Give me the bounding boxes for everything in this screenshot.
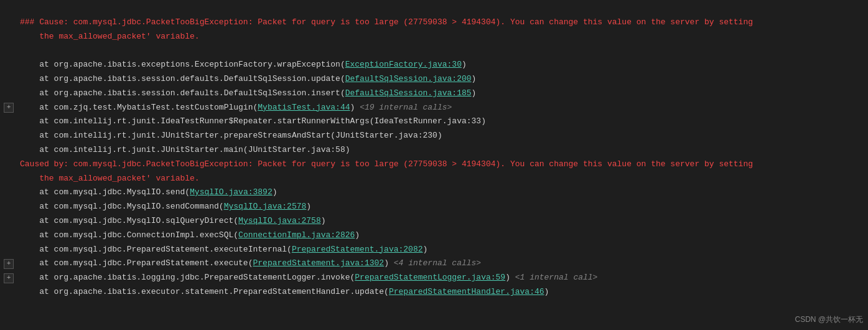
plain-text: ) bbox=[384, 258, 394, 268]
line-1: ### Cause: com.mysql.jdbc.PacketTooBigEx… bbox=[0, 16, 868, 30]
link-text[interactable]: MysqlIO.java:2758 bbox=[238, 216, 321, 225]
plain-text: at com.intellij.rt.junit.JUnitStarter.pr… bbox=[39, 131, 442, 140]
line-content: at com.intellij.rt.junit.IdeaTestRunner$… bbox=[17, 115, 868, 128]
watermark: CSDN @共饮一杯无 bbox=[795, 314, 863, 325]
plain-text: Caused by: com.mysql.jdbc.PacketTooBigEx… bbox=[20, 159, 753, 169]
line-content: the max_allowed_packet' variable. bbox=[17, 31, 868, 44]
line-11: Caused by: com.mysql.jdbc.PacketTooBigEx… bbox=[0, 158, 868, 172]
link-text[interactable]: DefaultSqlSession.java:200 bbox=[345, 74, 472, 83]
plain-text: the max_allowed_packet' variable. bbox=[39, 174, 199, 183]
line-17: at com.mysql.jdbc.PreparedStatement.exec… bbox=[0, 243, 868, 257]
plain-text: at com.mysql.jdbc.MysqlIO.send( bbox=[39, 187, 190, 197]
expand-icon[interactable]: + bbox=[4, 103, 14, 113]
link-text[interactable]: MysqlIO.java:2578 bbox=[224, 202, 307, 211]
link-text[interactable]: ConnectionImpl.java:2826 bbox=[238, 230, 355, 240]
plain-text: at com.mysql.jdbc.MysqlIO.sendCommand( bbox=[39, 202, 223, 211]
plain-text: the max_allowed_packet' variable. bbox=[39, 32, 199, 41]
plain-text: ) bbox=[423, 245, 428, 254]
plain-text: at org.apache.ibatis.logging.jdbc.Prepar… bbox=[39, 273, 355, 282]
link-text[interactable]: PreparedStatementHandler.java:46 bbox=[389, 287, 544, 296]
line-gutter[interactable]: + bbox=[0, 103, 17, 113]
line-content: at com.mysql.jdbc.MysqlIO.sendCommand(My… bbox=[17, 200, 868, 214]
plain-text: at com.zjq.test.MybatisTest.testCustomPl… bbox=[39, 103, 258, 112]
plain-text: at com.mysql.jdbc.PreparedStatement.exec… bbox=[39, 258, 253, 268]
line-10: at com.intellij.rt.junit.JUnitStarter.ma… bbox=[0, 143, 868, 158]
line-14: at com.mysql.jdbc.MysqlIO.sendCommand(My… bbox=[0, 200, 868, 214]
link-text[interactable]: MysqlIO.java:3892 bbox=[190, 187, 273, 197]
plain-text: at com.mysql.jdbc.MysqlIO.sqlQueryDirect… bbox=[39, 216, 238, 225]
line-content: ### Cause: com.mysql.jdbc.PacketTooBigEx… bbox=[17, 16, 868, 29]
plain-text: at org.apache.ibatis.session.defaults.De… bbox=[39, 88, 345, 98]
line-content: at com.mysql.jdbc.ConnectionImpl.execSQL… bbox=[17, 229, 868, 242]
link-text[interactable]: DefaultSqlSession.java:185 bbox=[345, 88, 472, 98]
line-content: at org.apache.ibatis.logging.jdbc.Prepar… bbox=[17, 271, 868, 285]
link-text[interactable]: PreparedStatement.java:1302 bbox=[253, 258, 384, 268]
plain-text: ) bbox=[505, 273, 515, 282]
line-content: the max_allowed_packet' variable. bbox=[17, 172, 868, 186]
plain-text: at com.intellij.rt.junit.IdeaTestRunner$… bbox=[39, 116, 486, 126]
line-content: at org.apache.ibatis.session.defaults.De… bbox=[17, 73, 868, 86]
line-gutter[interactable]: + bbox=[0, 273, 17, 283]
expand-icon[interactable]: + bbox=[4, 259, 14, 269]
line-content bbox=[17, 44, 868, 57]
line-13: at com.mysql.jdbc.MysqlIO.send(MysqlIO.j… bbox=[0, 186, 868, 200]
line-5: at org.apache.ibatis.session.defaults.De… bbox=[0, 72, 868, 87]
plain-text: at com.mysql.jdbc.ConnectionImpl.execSQL… bbox=[39, 230, 238, 240]
line-18: + at com.mysql.jdbc.PreparedStatement.ex… bbox=[0, 257, 868, 271]
plain-text: ### Cause: com.mysql.jdbc.PacketTooBigEx… bbox=[20, 17, 753, 27]
plain-text: at com.mysql.jdbc.PreparedStatement.exec… bbox=[39, 245, 292, 254]
line-19: + at org.apache.ibatis.logging.jdbc.Prep… bbox=[0, 271, 868, 285]
plain-text: at org.apache.ibatis.executor.statement.… bbox=[39, 287, 389, 296]
line-content: at com.intellij.rt.junit.JUnitStarter.ma… bbox=[17, 144, 868, 157]
line-2: the max_allowed_packet' variable. bbox=[0, 30, 868, 44]
link-text[interactable]: ExceptionFactory.java:30 bbox=[345, 60, 462, 69]
line-gutter[interactable]: + bbox=[0, 259, 17, 269]
line-content: at com.zjq.test.MybatisTest.testCustomPl… bbox=[17, 101, 868, 115]
line-20: at org.apache.ibatis.executor.statement.… bbox=[0, 285, 868, 299]
plain-text: at org.apache.ibatis.session.defaults.De… bbox=[39, 74, 345, 83]
plain-text: ) bbox=[462, 60, 467, 69]
plain-text: <1 internal call> bbox=[515, 273, 598, 282]
line-content: at org.apache.ibatis.session.defaults.De… bbox=[17, 87, 868, 100]
plain-text: at com.intellij.rt.junit.JUnitStarter.ma… bbox=[39, 145, 350, 154]
line-4: at org.apache.ibatis.exceptions.Exceptio… bbox=[0, 58, 868, 72]
line-12: the max_allowed_packet' variable. bbox=[0, 172, 868, 186]
line-content: at org.apache.ibatis.executor.statement.… bbox=[17, 286, 868, 299]
plain-text: ) bbox=[472, 74, 477, 83]
line-content: at org.apache.ibatis.exceptions.Exceptio… bbox=[17, 59, 868, 72]
plain-text: at org.apache.ibatis.exceptions.Exceptio… bbox=[39, 60, 345, 69]
line-7: + at com.zjq.test.MybatisTest.testCustom… bbox=[0, 101, 868, 115]
plain-text: <4 internal calls> bbox=[394, 258, 481, 268]
line-9: at com.intellij.rt.junit.JUnitStarter.pr… bbox=[0, 129, 868, 143]
line-content: Caused by: com.mysql.jdbc.PacketTooBigEx… bbox=[17, 158, 868, 171]
line-6: at org.apache.ibatis.session.defaults.De… bbox=[0, 87, 868, 101]
line-content: at com.mysql.jdbc.PreparedStatement.exec… bbox=[17, 257, 868, 270]
line-16: at com.mysql.jdbc.ConnectionImpl.execSQL… bbox=[0, 229, 868, 243]
plain-text: ) bbox=[355, 230, 360, 240]
link-text[interactable]: PreparedStatement.java:2082 bbox=[292, 245, 423, 254]
code-block: ### Cause: com.mysql.jdbc.PacketTooBigEx… bbox=[0, 0, 868, 302]
link-text[interactable]: PreparedStatementLogger.java:59 bbox=[355, 273, 505, 282]
line-3 bbox=[0, 44, 868, 58]
plain-text: ) bbox=[350, 103, 360, 112]
line-content: at com.mysql.jdbc.MysqlIO.send(MysqlIO.j… bbox=[17, 186, 868, 199]
line-15: at com.mysql.jdbc.MysqlIO.sqlQueryDirect… bbox=[0, 214, 868, 229]
line-content: at com.intellij.rt.junit.JUnitStarter.pr… bbox=[17, 130, 868, 143]
plain-text: ) bbox=[273, 187, 278, 197]
plain-text: ) bbox=[321, 216, 326, 225]
line-8: at com.intellij.rt.junit.IdeaTestRunner$… bbox=[0, 115, 868, 129]
line-content: at com.mysql.jdbc.MysqlIO.sqlQueryDirect… bbox=[17, 215, 868, 228]
link-text[interactable]: MybatisTest.java:44 bbox=[258, 103, 350, 112]
line-content: at com.mysql.jdbc.PreparedStatement.exec… bbox=[17, 243, 868, 257]
plain-text: ) bbox=[306, 202, 311, 211]
plain-text: ) bbox=[472, 88, 477, 98]
plain-text: <19 internal calls> bbox=[360, 103, 452, 112]
plain-text: ) bbox=[544, 287, 549, 296]
expand-icon[interactable]: + bbox=[4, 273, 14, 283]
